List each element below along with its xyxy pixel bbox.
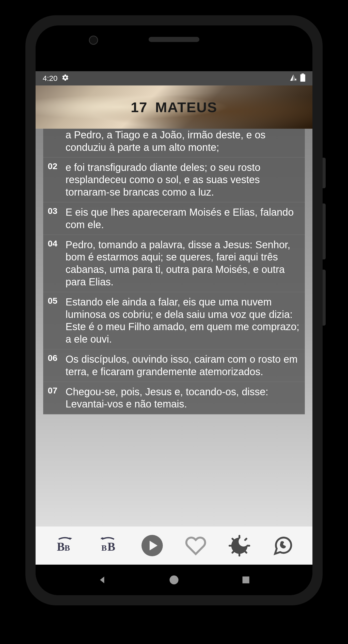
verse-row[interactable]: 05 Estando ele ainda a falar, eis que um… xyxy=(43,292,305,349)
svg-rect-1 xyxy=(300,74,305,82)
verse-number: 03 xyxy=(48,206,60,231)
verse-row[interactable]: 06 Os discípulos, ouvindo isso, cairam c… xyxy=(43,349,305,382)
power-button xyxy=(323,158,326,188)
svg-point-7 xyxy=(169,576,178,584)
font-increase-button[interactable]: B B xyxy=(96,533,121,558)
volume-down-button xyxy=(323,270,326,326)
verse-text: E eis que lhes apareceram Moisés e Elias… xyxy=(66,206,300,231)
verse-number: 02 xyxy=(48,161,60,198)
phone-screen: 4:20 17 MATEUS xyxy=(36,25,312,595)
chapter-header: 17 MATEUS xyxy=(36,85,312,129)
svg-rect-8 xyxy=(243,577,249,583)
verse-number: 06 xyxy=(48,353,60,378)
status-bar: 4:20 xyxy=(36,71,312,85)
book-name: MATEUS xyxy=(155,99,217,115)
verse-text: Estando ele ainda a falar, eis que uma n… xyxy=(66,296,300,345)
verse-row[interactable]: 07 Chegou-se, pois, Jesus e, tocando-os,… xyxy=(43,382,305,415)
svg-text:B: B xyxy=(107,540,115,553)
app-toolbar: B B B B xyxy=(36,526,312,565)
verse-number xyxy=(48,129,60,154)
svg-text:B: B xyxy=(57,540,65,553)
volume-up-button xyxy=(323,203,326,259)
verse-number: 07 xyxy=(48,386,60,411)
verse-text: Chegou-se, pois, Jesus e, tocando-os, di… xyxy=(66,386,300,411)
play-button[interactable] xyxy=(139,533,165,558)
signal-icon xyxy=(290,74,297,83)
chapter-number: 17 xyxy=(131,99,148,115)
phone-frame: 4:20 17 MATEUS xyxy=(25,15,323,605)
font-decrease-button[interactable]: B B xyxy=(52,533,78,558)
favorite-button[interactable] xyxy=(183,533,209,558)
verse-text: e foi transfigurado diante deles; o seu … xyxy=(66,161,300,198)
recent-apps-button[interactable] xyxy=(238,572,254,588)
front-camera xyxy=(89,36,98,45)
verse-list: a Pedro, a Tiago e a João, irmão deste, … xyxy=(43,129,305,414)
verse-text: Pedro, tomando a palavra, disse a Jesus:… xyxy=(66,239,300,288)
verse-row[interactable]: a Pedro, a Tiago e a João, irmão deste, … xyxy=(43,129,305,158)
speaker-grill xyxy=(149,37,199,42)
back-button[interactable] xyxy=(94,572,110,588)
status-time: 4:20 xyxy=(43,74,57,83)
gear-icon xyxy=(61,74,69,83)
android-nav-bar xyxy=(36,565,312,595)
battery-icon xyxy=(300,74,305,83)
svg-rect-0 xyxy=(302,74,304,74)
share-whatsapp-button[interactable] xyxy=(270,533,296,558)
verse-number: 04 xyxy=(48,239,60,288)
verse-row[interactable]: 04 Pedro, tomando a palavra, disse a Jes… xyxy=(43,235,305,292)
verse-text: a Pedro, a Tiago e a João, irmão deste, … xyxy=(66,129,300,154)
verse-content[interactable]: a Pedro, a Tiago e a João, irmão deste, … xyxy=(36,129,312,526)
verse-row[interactable]: 03 E eis que lhes apareceram Moisés e El… xyxy=(43,202,305,235)
svg-text:B: B xyxy=(65,543,70,552)
dark-mode-button[interactable] xyxy=(227,533,252,558)
verse-text: Os discípulos, ouvindo isso, cairam com … xyxy=(66,353,300,378)
home-button[interactable] xyxy=(166,572,182,588)
verse-row[interactable]: 02 e foi transfigurado diante deles; o s… xyxy=(43,158,305,202)
svg-text:B: B xyxy=(101,543,107,552)
speaker-pill xyxy=(154,53,194,66)
verse-number: 05 xyxy=(48,296,60,345)
